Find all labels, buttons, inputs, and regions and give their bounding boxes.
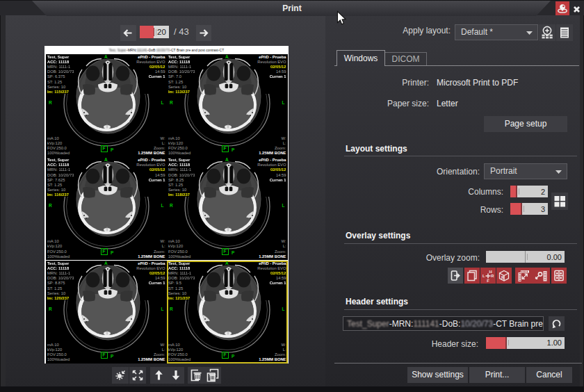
svg-text:H: H [489,270,492,274]
svg-text:R: R [491,274,494,278]
svg-text:F: F [487,279,489,283]
svg-text:R: R [501,275,505,280]
svg-text:L: L [482,274,485,278]
